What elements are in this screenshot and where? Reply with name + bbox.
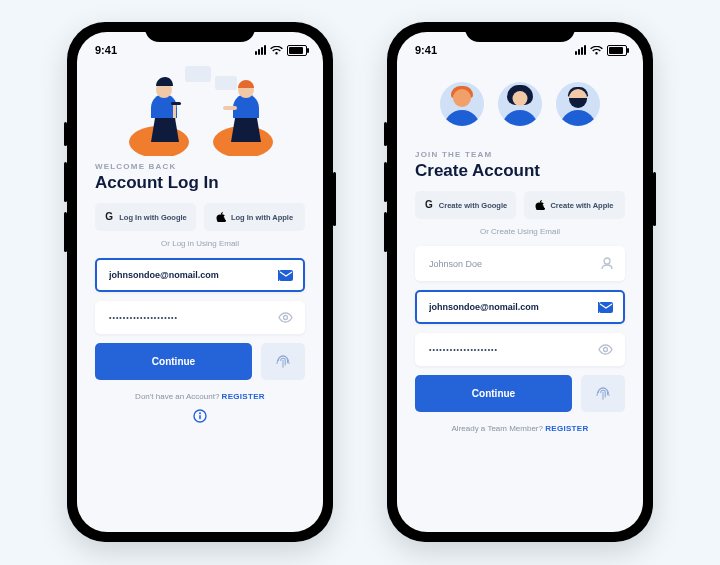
email-input[interactable]: [427, 301, 595, 313]
svg-point-3: [197, 73, 200, 76]
avatar-2: [498, 82, 542, 126]
svg-point-19: [604, 348, 608, 352]
header-illustration: [95, 60, 305, 156]
google-sso-label: Log In with Google: [119, 213, 187, 222]
apple-sso-button[interactable]: Create with Apple: [524, 191, 625, 219]
avatar-3: [556, 82, 600, 126]
svg-point-2: [192, 73, 195, 76]
svg-point-15: [199, 412, 201, 414]
info-icon[interactable]: [193, 409, 207, 423]
google-icon: G: [424, 200, 434, 210]
header-avatars: [415, 64, 625, 144]
sso-separator: Or Log in Using Email: [95, 239, 305, 248]
eye-icon[interactable]: [278, 312, 293, 323]
svg-rect-1: [215, 76, 237, 90]
fingerprint-icon: [594, 385, 612, 403]
name-field[interactable]: [415, 246, 625, 281]
password-input[interactable]: [107, 313, 278, 322]
continue-button[interactable]: Continue: [415, 375, 572, 412]
register-link[interactable]: REGISTER: [222, 392, 265, 401]
svg-rect-16: [199, 415, 201, 419]
password-field[interactable]: [415, 333, 625, 366]
footer-text: Don't have an Account?: [135, 392, 221, 401]
apple-sso-label: Create with Apple: [550, 201, 613, 210]
battery-icon: [607, 45, 627, 56]
name-input[interactable]: [427, 258, 601, 270]
footer-text: Already a Team Member?: [452, 424, 546, 433]
password-input[interactable]: [427, 345, 598, 354]
email-field[interactable]: [95, 258, 305, 292]
device-notch: [465, 22, 575, 42]
status-time: 9:41: [95, 44, 117, 56]
fingerprint-icon: [274, 353, 292, 371]
avatar-1: [440, 82, 484, 126]
cellular-icon: [255, 45, 266, 55]
email-input[interactable]: [107, 269, 275, 281]
email-field[interactable]: [415, 290, 625, 324]
apple-icon: [216, 212, 226, 222]
continue-button[interactable]: Continue: [95, 343, 252, 380]
sso-separator: Or Create Using Email: [415, 227, 625, 236]
mail-icon: [599, 302, 613, 313]
cellular-icon: [575, 45, 586, 55]
device-login: 9:41: [67, 22, 333, 542]
google-sso-button[interactable]: G Create with Google: [415, 191, 516, 219]
wifi-icon: [590, 46, 603, 55]
device-signup: 9:41 JOIN THE TEAM Create Account: [387, 22, 653, 542]
svg-rect-8: [173, 104, 176, 120]
apple-icon: [535, 200, 545, 210]
svg-rect-11: [223, 106, 237, 110]
apple-sso-button[interactable]: Log In with Apple: [204, 203, 305, 231]
battery-icon: [287, 45, 307, 56]
google-sso-button[interactable]: G Log In with Google: [95, 203, 196, 231]
eyebrow-text: JOIN THE TEAM: [415, 150, 625, 159]
svg-point-13: [284, 316, 288, 320]
page-title: Account Log In: [95, 173, 305, 193]
eye-icon[interactable]: [598, 344, 613, 355]
google-sso-label: Create with Google: [439, 201, 507, 210]
svg-point-4: [202, 73, 205, 76]
page-title: Create Account: [415, 161, 625, 181]
password-field[interactable]: [95, 301, 305, 334]
google-icon: G: [104, 212, 114, 222]
svg-rect-9: [171, 102, 181, 105]
register-link[interactable]: REGISTER: [545, 424, 588, 433]
biometric-button[interactable]: [261, 343, 305, 380]
svg-point-17: [604, 258, 610, 264]
biometric-button[interactable]: [581, 375, 625, 412]
mail-icon: [279, 270, 293, 281]
footer-prompt: Already a Team Member? REGISTER: [415, 424, 625, 433]
apple-sso-label: Log In with Apple: [231, 213, 293, 222]
status-time: 9:41: [415, 44, 437, 56]
wifi-icon: [270, 46, 283, 55]
footer-prompt: Don't have an Account? REGISTER: [95, 392, 305, 401]
person-icon: [601, 257, 613, 270]
eyebrow-text: WELCOME BACK: [95, 162, 305, 171]
device-notch: [145, 22, 255, 42]
